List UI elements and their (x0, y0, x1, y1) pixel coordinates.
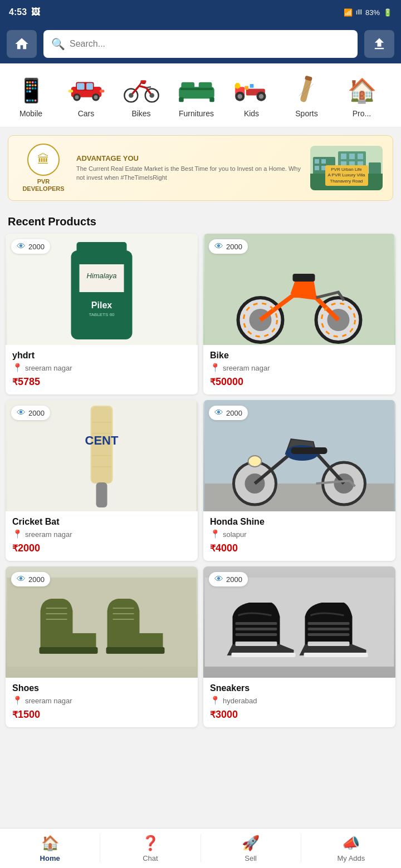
svg-point-25 (237, 93, 242, 98)
product-name-shoes2: Sneakers (210, 683, 389, 693)
svg-point-83 (248, 456, 262, 467)
product-location-yhdrt: 📍 sreeram nagar (12, 363, 191, 373)
location-pin-p5: 📍 (12, 696, 23, 706)
pvr-circle: 🏛 (27, 144, 60, 176)
svg-text:TABLETS 60: TABLETS 60 (89, 312, 115, 317)
svg-rect-28 (244, 86, 248, 90)
product-card-shoes1[interactable]: 👁 2000 Shoes 📍 sreeram nagar ₹1500 (6, 566, 198, 727)
product-price-shoes1: ₹1500 (12, 709, 191, 721)
svg-text:CENT: CENT (85, 433, 119, 447)
svg-rect-103 (308, 628, 350, 630)
views-badge-p4: 👁 2000 (209, 406, 248, 420)
views-badge-p2: 👁 2000 (209, 239, 248, 254)
banner-logo: 🏛 PVR DEVELOPERS (18, 144, 69, 193)
svg-rect-86 (40, 647, 98, 654)
product-price-yhdrt: ₹5785 (12, 376, 191, 388)
advertisement-banner[interactable]: 🏛 PVR DEVELOPERS ADVANTAGE YOU The Curre… (8, 135, 393, 201)
pvr-name: PVR DEVELOPERS (22, 178, 64, 193)
product-name-shoes1: Shoes (12, 683, 191, 693)
time-display: 4:53 (9, 7, 27, 17)
product-card-shoes2[interactable]: 👁 2000 Sneakers 📍 hyderabad ₹3000 (203, 566, 395, 727)
category-kids-label: Kids (244, 109, 259, 118)
banner-image-tag: PVR Urban LifeA PVR Luxury VillaThanaver… (325, 165, 368, 186)
banner-content: ADVANTAGE YOU The Current Real Estate Ma… (76, 154, 302, 182)
views-count-p1: 2000 (28, 243, 45, 251)
svg-rect-15 (140, 80, 146, 82)
product-name-cricket: Cricket Bat (12, 517, 191, 527)
svg-rect-21 (180, 87, 212, 90)
category-kids[interactable]: Kids (225, 71, 278, 120)
svg-rect-19 (179, 97, 183, 101)
search-input[interactable] (70, 39, 350, 49)
product-price-bike: ₹50000 (210, 376, 389, 388)
location-text-p3: sreeram nagar (25, 530, 72, 539)
svg-rect-95 (232, 653, 296, 657)
battery-icon: 🔋 (383, 8, 392, 17)
product-image-shoes1: 👁 2000 (6, 566, 198, 678)
cars-icon (66, 73, 106, 107)
product-name-bike: Bike (210, 351, 389, 361)
svg-rect-3 (86, 83, 93, 90)
location-text-p6: hyderabad (223, 697, 257, 705)
category-furnitures[interactable]: Furnitures (170, 71, 223, 120)
product-name-honda: Honda Shine (210, 517, 389, 527)
bikes-icon (121, 73, 162, 107)
product-info-shoes1: Shoes 📍 sreeram nagar ₹1500 (6, 678, 198, 727)
svg-text:Pilex: Pilex (91, 300, 112, 310)
furnitures-icon (177, 73, 217, 107)
category-sports[interactable]: Sports (280, 71, 333, 120)
category-properties[interactable]: 🏠 Pro... (335, 71, 388, 120)
location-text-p1: sreeram nagar (25, 364, 72, 372)
svg-rect-20 (209, 97, 214, 101)
signal-icon: ılll (356, 8, 362, 16)
product-image-bike: 👁 2000 (203, 234, 395, 345)
svg-rect-98 (308, 642, 350, 646)
svg-rect-84 (291, 447, 327, 454)
svg-point-27 (258, 93, 263, 98)
upload-button[interactable] (364, 30, 394, 58)
banner-image: PVR Urban LifeA PVR Luxury VillaThanaver… (310, 146, 383, 190)
svg-rect-96 (236, 642, 277, 646)
svg-rect-99 (236, 622, 277, 625)
category-cars-label: Cars (78, 109, 95, 118)
views-count-p2: 2000 (226, 243, 242, 251)
category-bikes-label: Bikes (131, 109, 150, 118)
home-button[interactable] (7, 30, 37, 58)
product-image-shoes2: 👁 2000 (203, 566, 395, 678)
svg-rect-101 (236, 633, 277, 636)
svg-point-13 (129, 93, 134, 98)
svg-rect-100 (236, 628, 277, 630)
product-info-yhdrt: yhdrt 📍 sreeram nagar ₹5785 (6, 345, 198, 394)
product-card-bike[interactable]: 👁 2000 Bike 📍 sreeram nagar ₹50000 (203, 234, 395, 394)
product-info-honda: Honda Shine 📍 solapur ₹4000 (203, 511, 395, 561)
category-furnitures-label: Furnitures (179, 109, 214, 118)
pvr-building-icon: 🏛 (37, 152, 50, 167)
product-location-shoes2: 📍 hyderabad (210, 696, 389, 706)
product-card-yhdrt[interactable]: Himalaya Pilex TABLETS 60 👁 2000 yhdrt 📍… (6, 234, 198, 394)
svg-rect-43 (315, 166, 319, 170)
svg-rect-102 (308, 622, 350, 625)
svg-rect-97 (304, 653, 368, 657)
svg-rect-45 (341, 154, 346, 159)
product-image-yhdrt: Himalaya Pilex TABLETS 60 👁 2000 (6, 234, 198, 345)
search-icon: 🔍 (51, 37, 65, 51)
category-bikes[interactable]: Bikes (115, 71, 168, 120)
svg-rect-70 (96, 482, 107, 507)
product-name-yhdrt: yhdrt (12, 351, 191, 361)
product-image-cricket: CENT 👁 2000 (6, 400, 198, 511)
views-badge-p3: 👁 2000 (11, 406, 50, 420)
image-icon: 🖼 (31, 7, 40, 17)
product-card-honda[interactable]: 👁 2000 Honda Shine 📍 solapur ₹4000 (203, 400, 395, 561)
views-badge-p6: 👁 2000 (209, 572, 248, 586)
header: 🔍 (0, 24, 401, 63)
product-location-bike: 📍 sreeram nagar (210, 363, 389, 373)
upload-icon (371, 36, 387, 52)
views-badge-p1: 👁 2000 (11, 239, 50, 254)
category-cars[interactable]: Cars (60, 71, 113, 120)
kids-icon (232, 73, 272, 107)
svg-point-14 (149, 93, 154, 98)
category-mobile[interactable]: 📱 Mobile (4, 71, 57, 120)
product-card-cricket[interactable]: CENT 👁 2000 Cricket Bat 📍 sreeram nagar … (6, 400, 198, 561)
svg-point-5 (75, 95, 79, 99)
eye-icon-p2: 👁 (214, 241, 223, 251)
